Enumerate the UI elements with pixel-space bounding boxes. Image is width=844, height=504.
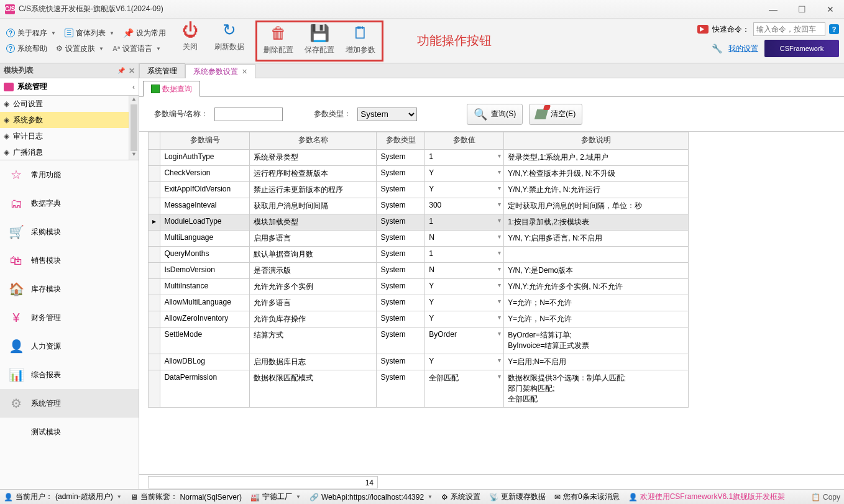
- module-icon: ⚙: [7, 395, 25, 412]
- status-syssetting[interactable]: ⚙ 系统设置: [441, 492, 480, 502]
- tree-header[interactable]: 系统管理 ‹: [0, 78, 139, 96]
- tree-item-2[interactable]: ◈审计日志: [0, 128, 129, 144]
- pin-icon[interactable]: 📌: [117, 67, 125, 74]
- param-type-select[interactable]: System: [357, 108, 417, 121]
- scroll-thumb[interactable]: [131, 104, 137, 151]
- tree-item-3[interactable]: ◈广播消息: [0, 144, 129, 160]
- folder-icon: [4, 83, 14, 91]
- table-row[interactable]: CheckVersion运行程序时检查新版本SystemYY/N,Y:检查版本并…: [149, 166, 689, 182]
- module-item-9[interactable]: 测试模块: [0, 418, 139, 446]
- module-item-5[interactable]: ¥财务管理: [0, 303, 139, 332]
- col-header-1[interactable]: 参数名称: [249, 132, 377, 150]
- status-user[interactable]: 👤 当前用户：(admin-超级用户)▼: [4, 492, 122, 502]
- status-messages[interactable]: ✉ 您有0条未读消息: [554, 492, 620, 502]
- refresh-button[interactable]: ↻刷新数据: [214, 21, 244, 52]
- close-button[interactable]: ⏻关闭: [177, 21, 203, 52]
- table-row[interactable]: AllowDBLog启用数据库日志SystemYY=启用;N=不启用: [149, 354, 689, 370]
- module-icon: 👤: [7, 337, 25, 355]
- param-id-label: 参数编号/名称：: [154, 109, 208, 119]
- col-header-2[interactable]: 参数类型: [377, 132, 425, 150]
- tab-system-params[interactable]: 系统参数设置✕: [185, 64, 255, 78]
- table-row[interactable]: ▸ModuleLoadType模块加载类型System11:按目录加载,2:按模…: [149, 214, 689, 231]
- cube-icon: ◈: [4, 99, 9, 108]
- titlebar: C/S C/S系统快速开发框架-旗舰版V6.1(2024-09) — ☐ ✕: [0, 0, 844, 19]
- status-cache[interactable]: 📡 更新缓存数据: [489, 492, 546, 502]
- search-button[interactable]: 🔍查询(S): [467, 104, 523, 125]
- document-tabs: 系统管理 系统参数设置✕: [139, 63, 844, 78]
- help-icon[interactable]: ?: [829, 24, 839, 34]
- close-panel-icon[interactable]: ✕: [129, 66, 135, 75]
- module-item-1[interactable]: 🗂数据字典: [0, 189, 139, 218]
- skin-link[interactable]: ⚙设置皮肤▼: [56, 44, 104, 54]
- quick-command-input[interactable]: [753, 22, 825, 36]
- grid-icon: [151, 85, 160, 93]
- module-item-2[interactable]: 🛒采购模块: [0, 218, 139, 246]
- module-icon: ☆: [7, 166, 25, 183]
- table-row[interactable]: IsDemoVersion是否演示版SystemNY/N, Y:是Demo版本: [149, 263, 689, 279]
- table-row[interactable]: MultiLanguage启用多语言SystemNY/N, Y:启用多语言, N…: [149, 231, 689, 247]
- sidebar-panel-header: 模块列表 📌 ✕: [0, 63, 139, 78]
- chevron-left-icon[interactable]: ‹: [132, 83, 135, 91]
- close-window-button[interactable]: ✕: [822, 4, 839, 14]
- table-row[interactable]: QueryMonths默认单据查询月数System1: [149, 247, 689, 263]
- refresh-icon: ↻: [222, 21, 236, 40]
- module-icon: ¥: [7, 309, 25, 326]
- module-item-3[interactable]: 🛍销售模块: [0, 246, 139, 275]
- save-icon: 💾: [310, 24, 329, 44]
- module-icon: 🗂: [7, 195, 25, 212]
- power-icon: ⏻: [182, 21, 198, 40]
- param-id-input[interactable]: [214, 108, 283, 121]
- csframework-logo[interactable]: CSFramework: [764, 40, 839, 57]
- my-settings-link[interactable]: 我的设置: [728, 44, 758, 54]
- video-icon[interactable]: [697, 25, 709, 34]
- tree-item-0[interactable]: ◈公司设置: [0, 96, 129, 112]
- status-webapi[interactable]: 🔗 WebApi:https://localhost:44392▼: [310, 493, 433, 502]
- about-link[interactable]: ?关于程序▼: [6, 28, 56, 39]
- col-header-3[interactable]: 参数值: [425, 132, 504, 150]
- status-welcome: 👤 欢迎使用CSFrameworkV6.1旗舰版开发框架: [628, 492, 785, 502]
- table-row[interactable]: MultiInstance允许允许多个实例SystemYY/N,Y:允许允许多个…: [149, 279, 689, 295]
- quick-command-label: 快速命令：: [712, 24, 750, 35]
- language-link[interactable]: Aᵃ设置语言▼: [112, 44, 161, 54]
- save-config-button[interactable]: 💾保存配置: [305, 24, 334, 55]
- module-item-8[interactable]: ⚙系统管理: [0, 389, 139, 418]
- module-item-4[interactable]: 🏠库存模块: [0, 275, 139, 303]
- col-header-0[interactable]: 参数编号: [160, 132, 249, 150]
- tree-scrollbar[interactable]: ▲ ▼: [129, 96, 139, 160]
- subtab-data-query[interactable]: 数据查询: [143, 81, 200, 97]
- table-row[interactable]: LoginAuthType系统登录类型System1登录类型,1:系统用户, 2…: [149, 150, 689, 166]
- scroll-down-icon[interactable]: ▼: [129, 151, 139, 160]
- status-factory[interactable]: 🏭 宁德工厂▼: [250, 492, 301, 502]
- module-item-6[interactable]: 👤人力资源: [0, 332, 139, 360]
- table-row[interactable]: AllowZeroInventory允许负库存操作SystemYY=允许，N=不…: [149, 311, 689, 328]
- minimize-button[interactable]: —: [764, 4, 782, 14]
- status-copy[interactable]: 📋 Copy: [811, 493, 840, 502]
- module-item-7[interactable]: 📊综合报表: [0, 360, 139, 389]
- clear-button[interactable]: 清空(E): [529, 104, 582, 125]
- system-help-link[interactable]: ?系统帮助: [6, 44, 47, 54]
- table-row[interactable]: AllowMultiLanguage允许多语言SystemYY=允许；N=不允许: [149, 295, 689, 311]
- delete-config-button[interactable]: 🗑删除配置: [264, 24, 293, 55]
- add-param-button[interactable]: 🗒增加参数: [346, 24, 375, 55]
- table-row[interactable]: DataPermission数据权限匹配模式System全部匹配数据权限提供3个…: [149, 370, 689, 408]
- app-icon: C/S: [5, 4, 15, 14]
- params-table: 参数编号参数名称参数类型参数值参数说明 LoginAuthType系统登录类型S…: [148, 132, 689, 408]
- set-default-link[interactable]: 📌设为常用: [123, 28, 166, 39]
- close-tab-icon[interactable]: ✕: [242, 68, 247, 76]
- window-title: C/S系统快速开发框架-旗舰版V6.1(2024-09): [19, 4, 764, 14]
- row-count: 14: [148, 476, 378, 488]
- tree-item-1[interactable]: ◈系统参数: [0, 112, 129, 128]
- col-header-4[interactable]: 参数说明: [504, 132, 689, 150]
- scroll-up-icon[interactable]: ▲: [129, 96, 139, 104]
- maximize-button[interactable]: ☐: [793, 4, 810, 14]
- param-type-label: 参数类型：: [314, 109, 351, 119]
- module-item-0[interactable]: ☆常用功能: [0, 160, 139, 189]
- status-account[interactable]: 🖥 当前账套：Normal(SqlServer): [131, 492, 242, 502]
- table-row[interactable]: SettleMode结算方式SystemByOrderByOrder=结算订单;…: [149, 328, 689, 354]
- table-row[interactable]: ExitAppIfOldVersion禁止运行未更新版本的程序SystemYY/…: [149, 182, 689, 198]
- trash-icon: 🗑: [270, 24, 287, 44]
- module-icon: [7, 423, 25, 441]
- form-list-link[interactable]: ☰窗体列表▼: [65, 28, 114, 39]
- table-row[interactable]: MessageInteval获取用户消息时间间隔System300定时获取用户消…: [149, 198, 689, 214]
- tab-system-mgmt[interactable]: 系统管理: [139, 63, 185, 78]
